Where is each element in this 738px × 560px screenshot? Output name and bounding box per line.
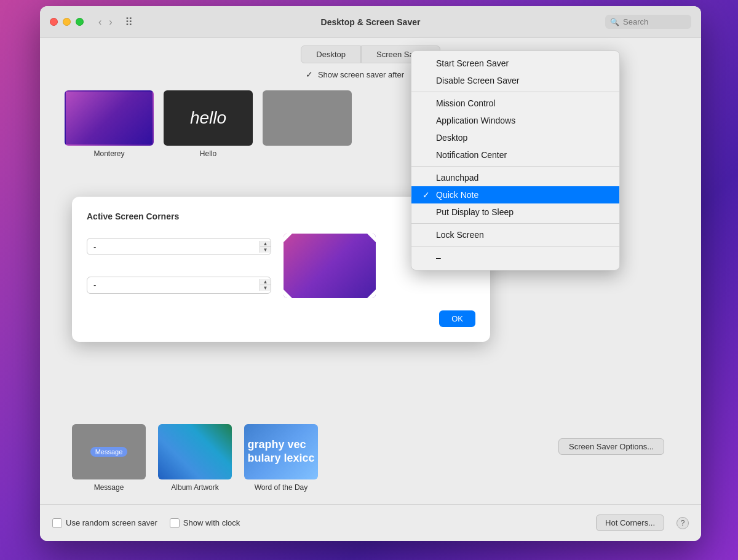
top-left-value: - [87,242,260,251]
menu-item-quick-note[interactable]: ✓ Quick Note [411,186,619,203]
menu-divider-1 [411,92,619,92]
dropdown-menu: Start Screen Saver Disable Screen Saver … [411,50,620,270]
menu-item-lock-screen[interactable]: Lock Screen [411,226,619,243]
grid-icon: ⠿ [125,15,133,29]
menu-item-desktop[interactable]: Desktop [411,129,619,146]
minimize-button[interactable] [63,18,71,26]
thumb-word-label: Word of the Day [255,483,308,492]
menu-divider-3 [411,223,619,224]
menu-label-put-display-to-sleep: Put Display to Sleep [436,207,514,217]
menu-divider-2 [411,166,619,167]
title-bar: ‹ › ⠿ Desktop & Screen Saver 🔍 [40,6,701,38]
help-button[interactable]: ? [676,517,689,529]
bottom-left-stepper-up[interactable]: ▲ [260,279,271,285]
close-button[interactable] [50,18,58,26]
menu-label-mission-control: Mission Control [436,98,495,108]
checkmark-icon: ✓ [306,69,313,79]
ok-button[interactable]: OK [439,310,475,327]
search-icon: 🔍 [610,18,619,26]
bottom-thumb-message[interactable]: Message Message [72,424,146,492]
menu-item-launchpad[interactable]: Launchpad [411,169,619,186]
bottom-thumb-album[interactable]: Album Artwork [158,424,232,492]
bottom-left-select[interactable]: - ▲ ▼ [87,277,271,294]
menu-divider-4 [411,246,619,246]
screen-saver-options-button[interactable]: Screen Saver Options... [558,438,664,455]
thumb-message-img: Message [72,424,146,479]
bottom-section: Message Message Album Artwork graphy vec… [72,424,318,492]
window-controls [50,18,84,26]
top-left-select[interactable]: - ▲ ▼ [87,238,271,255]
bottom-left-stepper-down[interactable]: ▼ [260,285,271,291]
menu-item-disable-screen-saver[interactable]: Disable Screen Saver [411,72,619,89]
menu-item-mission-control[interactable]: Mission Control [411,95,619,112]
thumb-album-label: Album Artwork [171,483,218,492]
top-left-stepper-down[interactable]: ▼ [260,247,271,253]
top-left-stepper-up[interactable]: ▲ [260,241,271,247]
random-saver-checkbox-item: Use random screen saver [52,518,157,528]
search-input[interactable] [623,17,686,26]
hot-corners-button[interactable]: Hot Corners... [596,515,664,531]
dialog-buttons: OK [87,310,475,327]
thumb-hello-img: hello [164,90,253,146]
menu-label-notification-center: Notification Center [436,150,507,160]
menu-label-lock-screen: Lock Screen [436,230,484,240]
bottom-left-stepper[interactable]: ▲ ▼ [260,279,271,291]
menu-label-launchpad: Launchpad [436,173,478,183]
menu-label-quick-note: Quick Note [436,190,478,200]
bottom-left-value: - [87,280,260,290]
show-clock-checkbox-item: Show with clock [170,518,240,528]
show-clock-checkbox[interactable] [170,518,180,528]
bottom-bar: Use random screen saver Show with clock … [40,504,701,541]
thumb-word-img: graphy vecbulary lexicc [244,424,318,479]
menu-label-start-screen-saver: Start Screen Saver [436,58,509,68]
menu-item-notification-center[interactable]: Notification Center [411,146,619,164]
thumb-gray[interactable] [263,90,352,158]
menu-item-dash[interactable]: – [411,249,619,266]
random-saver-label: Use random screen saver [66,518,157,527]
back-button[interactable]: ‹ [96,15,104,29]
corner-preview-img [284,234,376,298]
bottom-thumb-word[interactable]: graphy vecbulary lexicc Word of the Day [244,424,318,492]
thumb-album-img [158,424,232,479]
menu-item-application-windows[interactable]: Application Windows [411,112,619,129]
menu-item-put-display-to-sleep[interactable]: Put Display to Sleep [411,203,619,221]
menu-label-dash: – [436,253,441,262]
menu-label-desktop: Desktop [436,133,467,143]
window-title: Desktop & Screen Saver [321,17,421,27]
menu-label-application-windows: Application Windows [436,116,515,125]
word-text: graphy vecbulary lexicc [247,438,314,465]
screen-saver-options: Screen Saver Options... [558,438,664,455]
menu-item-start-screen-saver[interactable]: Start Screen Saver [411,55,619,72]
top-left-stepper[interactable]: ▲ ▼ [260,241,271,253]
nav-arrows: ‹ › [96,15,115,29]
random-saver-checkbox[interactable] [52,518,62,528]
thumb-hello-label: Hello [200,149,216,158]
search-bar[interactable]: 🔍 [605,15,691,29]
thumb-message-label: Message [94,483,124,492]
thumb-gray-img [263,90,352,146]
show-after-label: Show screen saver after [318,70,404,79]
tab-desktop[interactable]: Desktop [301,45,361,63]
forward-button[interactable]: › [106,15,114,29]
menu-label-disable-screen-saver: Disable Screen Saver [436,76,519,85]
show-clock-label: Show with clock [183,518,240,527]
thumb-monterey[interactable]: Monterey [65,90,154,158]
thumb-hello[interactable]: hello Hello [164,90,253,158]
thumb-monterey-img [65,90,154,146]
maximize-button[interactable] [76,18,84,26]
thumb-monterey-label: Monterey [93,149,124,158]
message-badge: Message [90,447,128,457]
check-space-8: ✓ [421,190,431,200]
corner-preview [284,234,376,298]
